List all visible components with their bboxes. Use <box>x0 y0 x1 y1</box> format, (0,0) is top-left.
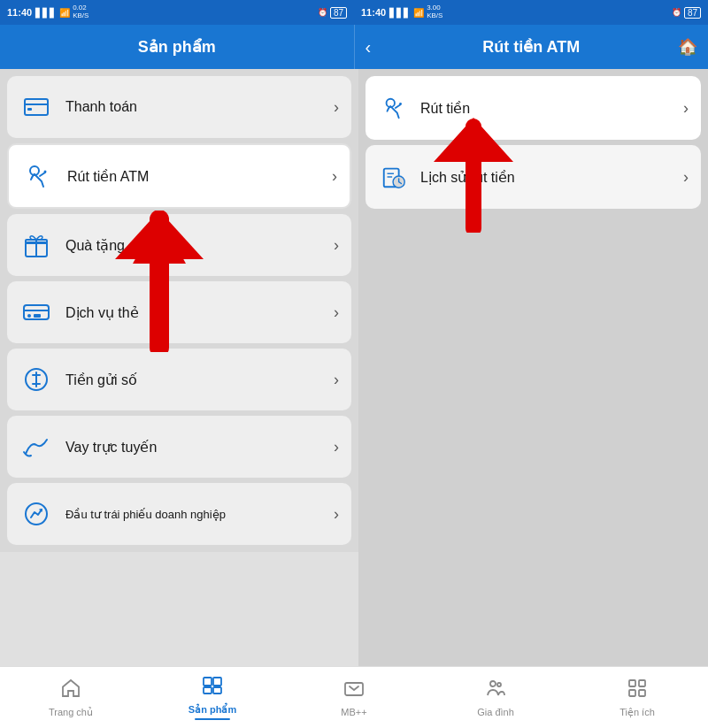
status-bar-left: 11:40 ▋▋▋ 📶 0.02KB/S ⏰ 87 <box>0 0 354 25</box>
clock-icon-left: ⏰ <box>318 8 327 17</box>
nav-item-san-pham[interactable]: Sản phẩm <box>142 667 283 728</box>
payment-icon <box>19 90 53 124</box>
speed-right: 3.00KB/S <box>427 4 442 20</box>
header-right: ‹ Rút tiền ATM 🏠 <box>355 25 709 69</box>
wifi-icon-right: 📶 <box>413 8 424 18</box>
svg-rect-27 <box>213 678 221 686</box>
invest-icon <box>19 497 53 531</box>
header-left: Sản phẩm <box>0 25 355 69</box>
time-left: 11:40 <box>7 7 32 18</box>
svg-rect-34 <box>639 680 645 686</box>
history-icon <box>378 161 410 193</box>
back-button[interactable]: ‹ <box>366 37 372 57</box>
right-panel: Rút tiền › Lịch sử rút tiền › <box>358 69 708 666</box>
svg-rect-28 <box>204 687 212 694</box>
status-bars: 11:40 ▋▋▋ 📶 0.02KB/S ⏰ 87 11:40 ▋▋▋ 📶 3.… <box>0 0 708 25</box>
nav-item-trang-chu[interactable]: Trang chủ <box>0 667 142 728</box>
nav-item-tien-ich[interactable]: Tiện ích <box>566 667 708 728</box>
main-content: Thanh toán › Rút tiền ATM › <box>0 69 708 666</box>
time-right: 11:40 <box>361 7 386 18</box>
vay-truc-tuyen-chevron: › <box>334 438 339 456</box>
svg-point-10 <box>27 314 31 318</box>
svg-rect-29 <box>213 687 221 694</box>
nav-item-mb-plus[interactable]: MB++ <box>283 667 425 728</box>
home-icon[interactable]: 🏠 <box>678 37 697 57</box>
dich-vu-the-label: Dịch vụ thẻ <box>65 304 334 321</box>
qua-tang-label: Quà tặng <box>65 237 334 254</box>
rut-tien-chevron: › <box>683 99 689 118</box>
rut-tien-label: Rút tiền <box>420 100 683 117</box>
qua-tang-chevron: › <box>334 236 339 255</box>
thanh-toan-label: Thanh toán <box>65 99 334 115</box>
tien-ich-nav-label: Tiện ích <box>620 707 655 718</box>
dich-vu-the-chevron: › <box>334 303 339 322</box>
thanh-toan-chevron: › <box>334 98 339 117</box>
tien-gui-so-label: Tiền gửi số <box>65 372 334 388</box>
battery-left: 87 <box>330 7 347 19</box>
battery-right: 87 <box>684 7 701 19</box>
menu-item-dau-tu[interactable]: Đầu tư trái phiếu doanh nghiệp › <box>7 483 351 545</box>
status-icons-right: ▋▋▋ 📶 3.00KB/S <box>389 4 442 20</box>
clock-icon-right: ⏰ <box>672 8 681 17</box>
atm-icon <box>21 159 55 193</box>
mb-plus-nav-label: MB++ <box>341 707 366 717</box>
menu-item-rut-tien-atm[interactable]: Rút tiền ATM › <box>7 143 351 209</box>
svg-rect-11 <box>34 314 41 318</box>
bottom-nav: Trang chủ Sản phẩm MB++ Gia đình Tiện íc… <box>0 666 708 728</box>
sub-item-lich-su-rut-tien[interactable]: Lịch sử rút tiền › <box>366 145 701 209</box>
tien-gui-so-chevron: › <box>334 371 339 389</box>
withdraw-icon <box>378 92 410 124</box>
headers: Sản phẩm ‹ Rút tiền ATM 🏠 <box>0 25 708 69</box>
svg-rect-0 <box>25 99 48 115</box>
gift-icon <box>19 228 53 262</box>
loan-icon <box>19 430 53 464</box>
header-right-title: Rút tiền ATM <box>482 37 580 57</box>
signal-icon-right: ▋▋▋ <box>389 8 411 18</box>
san-pham-underline <box>195 718 230 720</box>
svg-rect-2 <box>27 108 32 111</box>
svg-rect-36 <box>639 690 645 696</box>
svg-point-19 <box>399 103 402 105</box>
menu-item-qua-tang[interactable]: Quà tặng › <box>7 214 351 276</box>
svg-rect-35 <box>629 690 635 696</box>
sub-item-rut-tien[interactable]: Rút tiền › <box>366 76 701 140</box>
wifi-icon-left: 📶 <box>59 8 70 18</box>
speed-left: 0.02KB/S <box>73 4 88 20</box>
battery-right-wrap: ⏰ 87 <box>672 7 701 19</box>
mbplus-nav-icon <box>343 678 365 704</box>
header-left-title: Sản phẩm <box>138 37 216 57</box>
status-icons-left: ▋▋▋ 📶 0.02KB/S <box>35 4 88 20</box>
products-nav-icon <box>202 675 223 701</box>
svg-rect-26 <box>204 678 212 686</box>
left-panel: Thanh toán › Rút tiền ATM › <box>0 69 358 552</box>
card-icon <box>19 295 53 329</box>
lich-su-rut-tien-label: Lịch sử rút tiền <box>420 169 683 186</box>
nav-item-gia-dinh[interactable]: Gia đình <box>425 667 566 728</box>
savings-icon <box>19 363 53 396</box>
svg-point-4 <box>44 171 47 173</box>
svg-point-32 <box>497 683 501 686</box>
menu-item-vay-truc-tuyen[interactable]: Vay trực tuyến › <box>7 416 351 478</box>
signal-icon-left: ▋▋▋ <box>35 8 57 18</box>
svg-rect-33 <box>629 680 635 686</box>
utilities-nav-icon <box>627 678 648 704</box>
family-nav-icon <box>485 678 506 704</box>
menu-item-thanh-toan[interactable]: Thanh toán › <box>7 76 351 138</box>
menu-item-tien-gui-so[interactable]: Tiền gửi số › <box>7 349 351 410</box>
left-panel-wrap: Thanh toán › Rút tiền ATM › <box>0 69 358 666</box>
menu-item-dich-vu-the[interactable]: Dịch vụ thẻ › <box>7 281 351 343</box>
svg-point-31 <box>490 681 496 686</box>
trang-chu-nav-label: Trang chủ <box>49 707 93 718</box>
home-nav-icon <box>60 678 81 704</box>
rut-tien-atm-chevron: › <box>332 167 337 186</box>
battery-left-wrap: ⏰ 87 <box>318 7 347 19</box>
rut-tien-atm-label: Rút tiền ATM <box>67 168 332 185</box>
lich-su-rut-tien-chevron: › <box>683 168 689 187</box>
dau-tu-chevron: › <box>334 505 339 524</box>
dau-tu-label: Đầu tư trái phiếu doanh nghiệp <box>65 508 334 521</box>
san-pham-nav-label: Sản phẩm <box>189 704 236 716</box>
status-bar-right: 11:40 ▋▋▋ 📶 3.00KB/S ⏰ 87 <box>354 0 708 25</box>
gia-dinh-nav-label: Gia đình <box>477 707 514 717</box>
vay-truc-tuyen-label: Vay trực tuyến <box>65 439 334 456</box>
